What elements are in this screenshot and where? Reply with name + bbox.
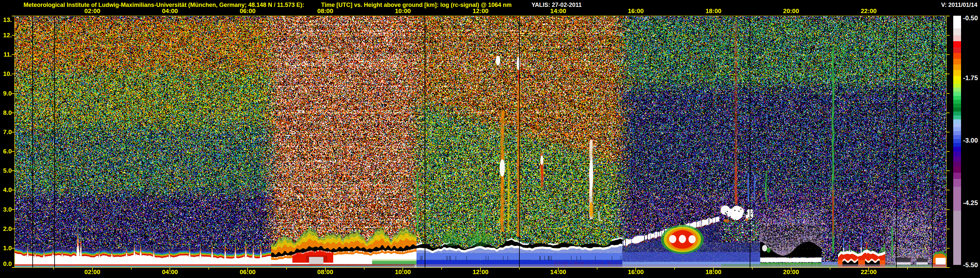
axis-tick [947,73,950,74]
colorbar-segment [953,123,961,127]
axis-tick [12,267,15,268]
x-tick-label-top: 12:00 [473,8,489,15]
colorbar-segment [953,59,961,65]
x-tick-label-top: 02:00 [84,8,100,15]
axis-tick [868,268,869,271]
axis-tick [713,268,714,271]
colorbar-segment [953,135,961,139]
colorbar-segment [953,41,961,48]
plot-frame [14,16,947,268]
axis-tick [907,268,908,270]
colorbar-segment [953,161,961,167]
colorbar-segment [953,35,961,41]
version-label: V: 2011/01/14 [941,2,977,8]
y-tick-label: 11. [3,51,12,58]
y-tick-label: 7.0 [3,129,12,136]
axis-tick [947,93,950,94]
axis-tick [791,268,792,271]
colorbar-tick-label: -1.75 [963,74,978,82]
colorbar-segment [953,80,961,84]
x-tick-label-top: 22:00 [861,8,877,15]
axis-tick [480,268,481,271]
axis-tick [947,248,950,249]
x-tick-label-top: 04:00 [162,8,178,15]
axis-tick [947,112,950,113]
colorbar-segment [953,84,961,88]
y-tick-label: 8.0 [3,109,12,117]
y-tick-label: 3.0 [3,206,12,213]
colorbar-segment [953,88,961,91]
y-tick-label: 0.0 [3,260,12,268]
colorbar-segment [953,16,961,29]
axis-tick [286,268,287,270]
axis-tick [325,268,326,271]
axis-tick [597,268,598,270]
axis-tick [12,35,15,36]
axis-tick [402,268,403,271]
colorbar-segment [953,108,961,112]
axis-tick [635,268,636,271]
axis-tick [12,132,15,133]
y-tick-label: 10. [3,70,12,78]
y-tick-label: 6.0 [3,148,12,155]
y-tick-label: 9.0 [3,90,12,97]
colorbar-segment [953,131,961,135]
colorbar-segment [953,139,961,143]
axis-tick [947,170,950,171]
colorbar-segment [953,70,961,75]
axis-tick [364,268,364,270]
y-tick-label: 13. [3,16,12,24]
y-tick-label: 12. [3,32,12,39]
axis-tick [830,268,830,270]
axis-tick [12,151,15,152]
axis-tick [947,209,950,210]
colorbar-segment [953,104,961,108]
colorbar-segment [953,147,961,152]
colorbar-segment [953,64,961,70]
axis-tick [947,190,950,190]
colorbar-segment [953,96,961,100]
axis-tick [12,54,15,55]
y-tick-label: 1.0 [3,244,12,252]
axis-tick [947,16,950,16]
heatmap-canvas [15,16,947,268]
colorbar-tick-label: -3.00 [963,137,978,144]
axis-tick [752,268,752,270]
axis-tick [674,268,675,270]
axis-tick [558,268,558,271]
colorbar-segment [953,152,961,157]
axis-tick [947,132,950,133]
axis-tick [947,54,950,55]
y-tick-label: 4.0 [3,187,12,193]
colorbar-segment [953,167,961,173]
x-tick-label-top: 20:00 [783,8,799,15]
axis-tick [12,112,15,113]
axis-tick [12,93,15,94]
axis-tick [12,170,15,171]
axis-tick [947,35,950,36]
x-tick-label-top: 06:00 [240,8,256,15]
colorbar-segment [953,211,961,265]
axis-tick [12,228,15,229]
axis-tick [53,268,54,270]
axis-tick [170,268,170,271]
x-tick-label-top: 18:00 [706,8,722,15]
colorbar-segment [953,143,961,147]
axis-tick [208,268,209,270]
colorbar-segment [953,119,961,123]
colorbar-segment [953,100,961,104]
colorbar-tick-label: -5.50 [963,261,978,269]
x-tick-label-top: 14:00 [550,8,566,15]
x-tick-label-top: 10:00 [395,8,411,15]
colorbar-segment [953,29,961,35]
colorbar-segment [953,76,961,80]
axis-tick [247,268,248,271]
axis-tick [12,248,15,249]
axis-tick [131,268,132,270]
colorbar-segment [953,53,961,59]
axis-tick [441,268,442,270]
colorbar-segment [953,179,961,187]
x-tick-label-top: 08:00 [317,8,333,15]
y-tick-label: 5.0 [3,167,12,174]
colorbar-segment [953,173,961,179]
